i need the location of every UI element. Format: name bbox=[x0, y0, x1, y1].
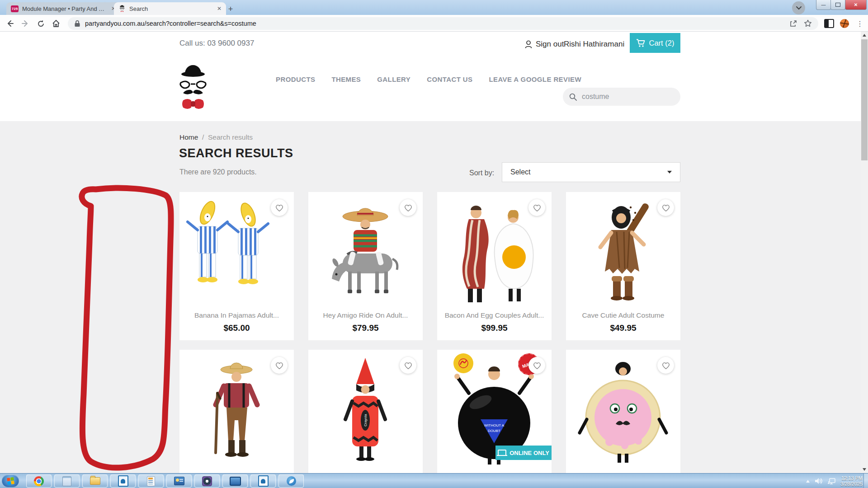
product-title[interactable]: Banana In Pajamas Adult... bbox=[179, 311, 294, 319]
screen: 725 Module Manager • Party And You ✕ Sea… bbox=[0, 0, 868, 488]
home-icon[interactable] bbox=[50, 17, 62, 30]
svg-text:WITHOUT A: WITHOUT A bbox=[484, 423, 505, 427]
page-scrollbar[interactable] bbox=[861, 32, 868, 473]
product-card[interactable]: Crayola bbox=[308, 350, 423, 473]
sign-out-label: Sign out bbox=[536, 40, 564, 49]
product-count: There are 920 products. bbox=[179, 168, 257, 176]
tray-expand-icon[interactable] bbox=[806, 480, 810, 483]
bookmark-star-icon[interactable] bbox=[804, 19, 812, 28]
taskbar-calculator-icon[interactable] bbox=[138, 474, 164, 488]
scrollbar-thumb[interactable] bbox=[861, 39, 868, 160]
main-nav: PRODUCTS THEMES GALLERY CONTACT US LEAVE… bbox=[276, 75, 581, 83]
page-viewport: Call us: 03 9600 0937 Sign out Rishi Hat… bbox=[0, 32, 868, 473]
forward-icon[interactable] bbox=[19, 17, 32, 30]
cart-button[interactable]: Cart (2) bbox=[630, 33, 680, 53]
nav-products[interactable]: PRODUCTS bbox=[276, 75, 315, 83]
site-header: Call us: 03 9600 0937 Sign out Rishi Hat… bbox=[0, 32, 861, 121]
search-input[interactable] bbox=[581, 92, 669, 101]
maximize-button[interactable] bbox=[830, 0, 845, 10]
back-icon[interactable] bbox=[4, 17, 16, 30]
nav-themes[interactable]: THEMES bbox=[331, 75, 361, 83]
taskbar-user-app-icon[interactable] bbox=[110, 474, 136, 488]
taskbar-remote-desktop-icon[interactable] bbox=[222, 474, 248, 488]
nav-contact-us[interactable]: CONTACT US bbox=[427, 75, 472, 83]
wishlist-button[interactable] bbox=[400, 357, 416, 374]
taskbar-thunderbird-icon[interactable] bbox=[278, 474, 304, 488]
wishlist-button[interactable] bbox=[400, 199, 416, 216]
wishlist-button[interactable] bbox=[528, 199, 545, 216]
tab-close-icon[interactable]: ✕ bbox=[217, 5, 222, 12]
search-icon bbox=[569, 93, 577, 101]
browser-menu-icon[interactable]: ⋮ bbox=[854, 18, 865, 29]
online-only-label: ONLINE ONLY bbox=[509, 450, 549, 456]
tab-title: Module Manager • Party And You bbox=[22, 5, 108, 12]
padlock-icon bbox=[74, 20, 80, 27]
product-title[interactable]: Hey Amigo Ride On Adult... bbox=[308, 311, 423, 319]
wishlist-button[interactable] bbox=[271, 357, 288, 374]
taskbar-control-panel-icon[interactable] bbox=[166, 474, 192, 488]
wishlist-button[interactable] bbox=[657, 199, 674, 216]
taskbar-chrome-icon[interactable] bbox=[26, 474, 52, 488]
show-desktop-button[interactable] bbox=[863, 474, 868, 488]
scroll-up-icon[interactable] bbox=[861, 32, 868, 39]
window-controls: — ✕ bbox=[816, 0, 867, 10]
taskbar-file-explorer-icon[interactable] bbox=[82, 474, 108, 488]
online-only-badge: ONLINE ONLY bbox=[495, 446, 552, 460]
user-name[interactable]: Rishi Hathiramani bbox=[564, 40, 624, 49]
start-button[interactable] bbox=[2, 474, 19, 487]
product-card[interactable] bbox=[566, 350, 680, 473]
product-card[interactable]: Banana In Pajamas Adult... $65.00 bbox=[179, 192, 294, 340]
product-card[interactable]: Cave Cutie Adult Costume $49.95 bbox=[566, 192, 680, 340]
reload-icon[interactable] bbox=[34, 17, 47, 30]
breadcrumb-home[interactable]: Home bbox=[179, 133, 198, 141]
breadcrumb: Home / Search results bbox=[179, 133, 253, 141]
tab-title: Search bbox=[129, 5, 213, 12]
address-bar[interactable]: partyandyou.com.au/search?controller=sea… bbox=[68, 17, 818, 30]
sign-out-link[interactable]: Sign out bbox=[524, 40, 564, 49]
product-title[interactable]: Bacon And Egg Couples Adult... bbox=[437, 311, 552, 319]
new-tab-button[interactable]: + bbox=[225, 4, 236, 14]
site-body: Home / Search results SEARCH RESULTS The… bbox=[0, 121, 861, 473]
product-card[interactable]: MATE! WITHOUT A DOUBT ONLINE ONLY bbox=[437, 350, 552, 473]
close-button[interactable]: ✕ bbox=[845, 0, 867, 10]
minimize-button[interactable]: — bbox=[816, 0, 831, 10]
url-text: partyandyou.com.au/search?controller=sea… bbox=[85, 20, 789, 27]
network-icon[interactable] bbox=[827, 478, 835, 485]
system-tray: 12:13 PM 3/28/2025 bbox=[806, 474, 863, 488]
share-icon[interactable] bbox=[789, 19, 797, 28]
product-price: $99.95 bbox=[437, 323, 552, 333]
site-search-box[interactable] bbox=[563, 88, 680, 106]
tab-module-manager[interactable]: 725 Module Manager • Party And You ✕ bbox=[6, 2, 120, 15]
svg-text:DOUBT: DOUBT bbox=[488, 429, 500, 433]
product-card[interactable]: Hey Amigo Ride On Adult... $79.95 bbox=[308, 192, 423, 340]
nav-gallery[interactable]: GALLERY bbox=[377, 75, 410, 83]
wishlist-button[interactable] bbox=[528, 357, 545, 374]
party-and-you-logo[interactable] bbox=[179, 62, 207, 112]
product-card[interactable] bbox=[179, 350, 294, 473]
taskbar-clock[interactable]: 12:13 PM 3/28/2025 bbox=[840, 475, 863, 487]
product-card[interactable]: Bacon And Egg Couples Adult... $99.95 bbox=[437, 192, 552, 340]
prestashop-725-favicon: 725 bbox=[11, 5, 19, 12]
brand-badge bbox=[453, 353, 473, 373]
wishlist-button[interactable] bbox=[271, 199, 288, 216]
taskbar-notepad-icon[interactable] bbox=[54, 474, 80, 488]
svg-text:Crayola: Crayola bbox=[363, 414, 368, 427]
tab-search[interactable]: Search ✕ bbox=[114, 2, 226, 15]
chevron-down-icon bbox=[667, 171, 672, 174]
taskbar-user-app2-icon[interactable] bbox=[250, 474, 276, 488]
volume-icon[interactable] bbox=[815, 478, 822, 484]
product-title[interactable]: Cave Cutie Adult Costume bbox=[566, 311, 680, 319]
tab-search-chevron-icon[interactable] bbox=[792, 1, 805, 14]
nav-google-review[interactable]: LEAVE A GOOGLE REVIEW bbox=[489, 75, 581, 83]
taskbar-photo-viewer-icon[interactable] bbox=[194, 474, 220, 488]
side-panel-icon[interactable] bbox=[824, 18, 835, 29]
scroll-down-icon[interactable] bbox=[861, 466, 868, 473]
product-price: $65.00 bbox=[179, 323, 294, 333]
sort-select[interactable]: Select bbox=[502, 162, 680, 182]
windows-taskbar: 12:13 PM 3/28/2025 bbox=[0, 473, 868, 488]
product-price: $49.95 bbox=[566, 323, 680, 333]
breadcrumb-separator: / bbox=[202, 133, 204, 141]
basketball-extension-icon[interactable] bbox=[839, 18, 850, 29]
browser-tab-strip: 725 Module Manager • Party And You ✕ Sea… bbox=[0, 0, 868, 15]
wishlist-button[interactable] bbox=[657, 357, 674, 374]
